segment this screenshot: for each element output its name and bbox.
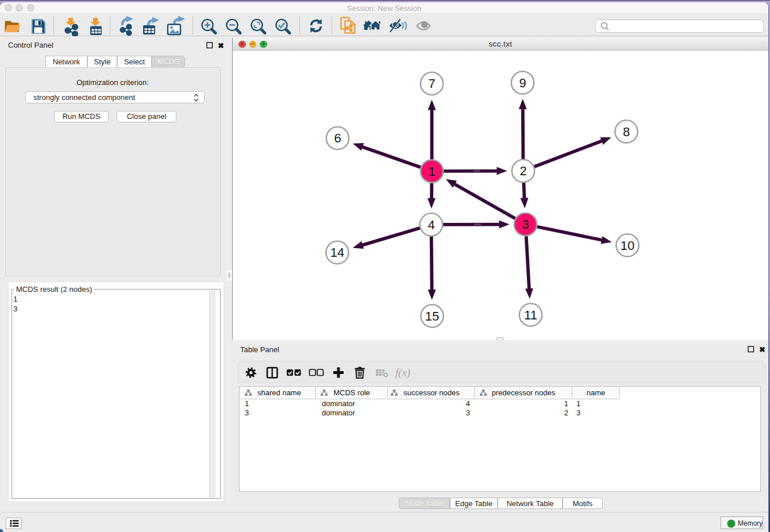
svg-text:f(x): f(x) bbox=[395, 367, 410, 379]
svg-text:predecessor nodes: predecessor nodes bbox=[492, 388, 556, 397]
svg-text:3: 3 bbox=[576, 408, 580, 417]
svg-text:4: 4 bbox=[466, 399, 470, 408]
svg-text:3: 3 bbox=[466, 408, 470, 417]
svg-text:shared name: shared name bbox=[257, 388, 301, 397]
svg-text:1: 1 bbox=[576, 399, 580, 408]
svg-text:3: 3 bbox=[245, 408, 249, 417]
svg-text:✖: ✖ bbox=[759, 346, 765, 353]
svg-text:name: name bbox=[587, 388, 606, 397]
svg-text:dominator: dominator bbox=[322, 399, 355, 408]
svg-text:MCDS role: MCDS role bbox=[333, 388, 370, 397]
svg-text:successor nodes: successor nodes bbox=[403, 388, 460, 397]
svg-text:✖: ✖ bbox=[218, 42, 224, 49]
svg-text:2: 2 bbox=[564, 408, 568, 417]
svg-text:1: 1 bbox=[245, 399, 249, 408]
svg-text:dominator: dominator bbox=[322, 408, 355, 417]
svg-text:1: 1 bbox=[564, 399, 568, 408]
